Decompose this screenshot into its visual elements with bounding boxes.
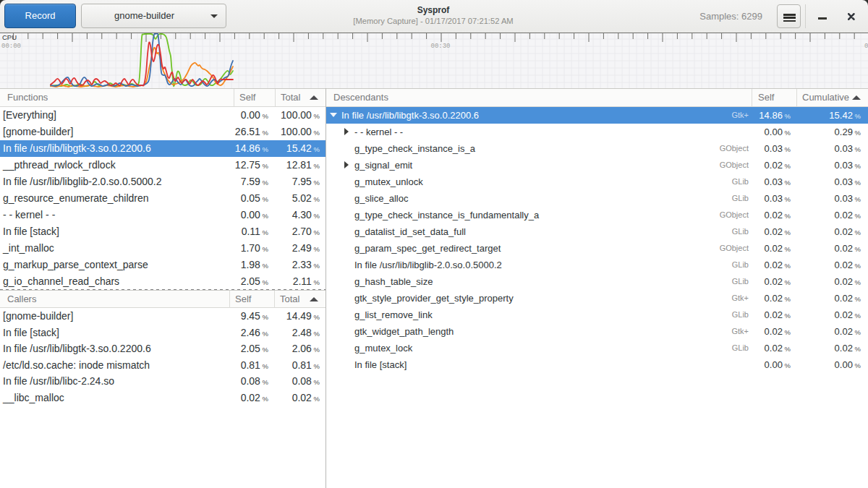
svg-text:01:00: 01:00 (864, 43, 868, 50)
svg-text:CPU: CPU (2, 33, 17, 41)
svg-text:00:00: 00:00 (1, 43, 21, 50)
svg-text:00:30: 00:30 (430, 43, 450, 50)
